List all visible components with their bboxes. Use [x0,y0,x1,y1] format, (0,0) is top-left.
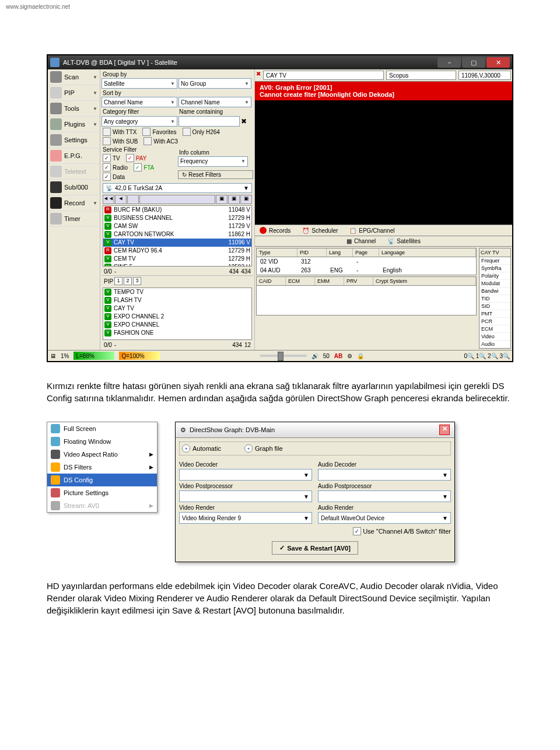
tab-channel[interactable]: ▦Channel [346,238,376,244]
pip-channel-row[interactable]: VFLASH TV [103,296,251,304]
volume-slider[interactable] [260,355,307,357]
only-h264-checkbox[interactable]: Only H264 [183,128,220,136]
pip-3[interactable]: 3 [133,277,141,285]
channel-row[interactable]: RBURC FM (BAKU)11048 V [103,206,251,214]
close-button[interactable]: ✕ [487,57,510,68]
sat-btn-1[interactable]: ◄◄ [103,195,114,204]
adec-combo[interactable]: ▼ [318,469,451,481]
nav-tools[interactable]: Tools▼ [48,101,100,117]
nav-record[interactable]: Record▼ [48,195,100,211]
sort-by-combo-2[interactable]: Channel Name▼ [178,97,251,107]
pip-channel-row[interactable]: VEXPO CHANNEL 2 [103,313,251,321]
stop-icon[interactable]: ✖ [256,71,261,80]
channel-name: CAY TV [114,305,250,312]
no-group-combo[interactable]: No Group▼ [178,78,251,89]
aren-label: Audio Render [318,504,451,511]
info-column-combo[interactable]: Frequency▼ [178,156,248,167]
clear-name-icon[interactable]: ✖ [241,117,247,125]
save-restart-button[interactable]: ✓Save & Restart [AV0] [272,541,358,555]
reset-filters-button[interactable]: ↻Reset Filters [178,170,253,179]
aren-combo[interactable]: Default WaveOut Device▼ [318,512,451,524]
sort-by-combo-1[interactable]: Channel Name▼ [102,97,177,107]
nav-timer[interactable]: Timer [48,211,100,227]
radio-graph-file[interactable]: Graph file [244,444,283,453]
context-menu-item[interactable]: DS Config [47,474,157,486]
ab-button[interactable]: AB [334,353,342,359]
context-menu-item[interactable]: DS Filters▶ [47,461,157,474]
pip-1[interactable]: 1 [114,277,123,285]
nav-sub[interactable]: Sub/000 [48,180,100,195]
vdec-combo[interactable]: ▼ [179,469,312,481]
tab-scheduler[interactable]: ⏰Scheduler [302,227,338,234]
with-ttx-checkbox[interactable]: With TTX [103,128,136,136]
channel-row[interactable]: VCINE 512593 H [103,263,251,267]
radio-automatic[interactable]: Automatic [182,444,221,453]
fta-checkbox[interactable]: FTA [134,163,154,171]
sat-btn-5[interactable]: ▣ [228,195,240,204]
channel-row[interactable]: VCARTOON NETWORK11862 H [103,230,251,239]
pip-2[interactable]: 2 [124,277,132,285]
radio-checkbox[interactable]: Radio [103,163,128,171]
pip-channel-list[interactable]: VTEMPO TVVFLASH TVVCAY TVVEXPO CHANNEL 2… [103,288,252,340]
prop-row: Bandwi [480,288,510,295]
channel-row[interactable]: VCEM TV12729 H [103,255,251,263]
vpp-combo[interactable]: ▼ [179,490,312,502]
pid-row[interactable]: 02 VID312- [257,257,476,266]
context-menu: Full ScreenFloating WindowVideo Aspect R… [47,422,158,513]
use-switch-checkbox[interactable]: Use "Channel A/B Switch" filter [318,527,451,535]
channel-freq: 11862 H [221,231,250,238]
tab-satellites[interactable]: 📡Satellites [387,238,421,244]
prop-row: PCR [480,318,510,325]
nav-teletext[interactable]: Teletext [48,164,100,180]
channel-list[interactable]: RBURC FM (BAKU)11048 VVBUSINESS CHANNEL1… [103,205,252,267]
pip-channel-row[interactable]: VFASHION ONE [103,329,251,337]
maximize-button[interactable]: ▢ [462,57,485,68]
settings-icon[interactable]: ⚙ [347,353,352,359]
pip-channel-row[interactable]: VEXPO CHANNEL [103,321,251,329]
prop-panel: CAY TVFrequerSymbRaPolarityModulatBandwi… [479,248,511,349]
channel-name: CAM SW [114,223,219,230]
context-menu-item[interactable]: Full Screen [47,422,157,435]
tab-records[interactable]: Records [260,227,290,234]
pip-channel-row[interactable]: VCAY TV [103,304,251,313]
menu-label: DS Config [64,476,93,483]
channel-row[interactable]: VCAM SW11729 V [103,222,251,230]
sat-btn-6[interactable]: ▣ [240,195,252,204]
channel-badge: V [104,297,111,304]
nav-pip[interactable]: PIP▼ [48,85,100,101]
video-area[interactable]: AV0: Graph Error [2001] Cannot create fi… [255,82,512,225]
minimize-button[interactable]: － [438,57,461,68]
context-menu-item[interactable]: Video Aspect Ratio▶ [47,448,157,461]
vren-combo[interactable]: Video Mixing Render 9▼ [179,512,312,524]
with-ac3-checkbox[interactable]: With AC3 [144,137,178,145]
context-menu-item[interactable]: Picture Settings [47,486,157,499]
dsgraph-close[interactable]: ✕ [439,425,450,435]
group-by-combo[interactable]: Satellite▼ [102,78,177,89]
context-menu-item[interactable]: Floating Window [47,435,157,448]
satellite-select[interactable]: 📡 42,0 E TurkSat 2A ▼ [103,183,252,193]
nav-scan[interactable]: Scan▼ [48,69,100,85]
channel-row[interactable]: VCAY TV11096 V [103,239,251,247]
favorites-checkbox[interactable]: Favorites [142,128,176,136]
app-combo[interactable]: ▼ [318,490,451,502]
channel-row[interactable]: VBUSINESS CHANNEL12729 H [103,214,251,222]
tv-checkbox[interactable]: TV [103,154,120,162]
category-combo[interactable]: Any category▼ [102,116,177,127]
channel-row[interactable]: RCEM RADYO 96.412729 H [103,247,251,255]
sat-btn-4[interactable]: ▣ [216,195,228,204]
sat-btn-2[interactable]: ◄ [115,195,127,204]
pid-row[interactable]: 04 AUD263ENG-English [257,266,476,275]
left-nav: Scan▼PIP▼Tools▼Plugins▼SettingsE.P.G.Tel… [48,69,100,350]
pay-checkbox[interactable]: PAY [126,154,147,162]
lock-icon[interactable]: 🔒 [357,353,364,359]
with-sub-checkbox[interactable]: With SUB [103,137,138,145]
nav-epg[interactable]: E.P.G. [48,148,100,164]
nav-plugins[interactable]: Plugins▼ [48,117,100,132]
pip-channel-row[interactable]: VTEMPO TV [103,288,251,296]
nav-settings[interactable]: Settings [48,132,100,148]
name-containing-input[interactable] [178,116,240,127]
tab-epg[interactable]: 📋EPG/Channel [349,227,394,234]
channel-name: EXPO CHANNEL [114,321,250,328]
data-checkbox[interactable]: Data [103,173,125,181]
sat-btn-3[interactable] [127,195,139,204]
